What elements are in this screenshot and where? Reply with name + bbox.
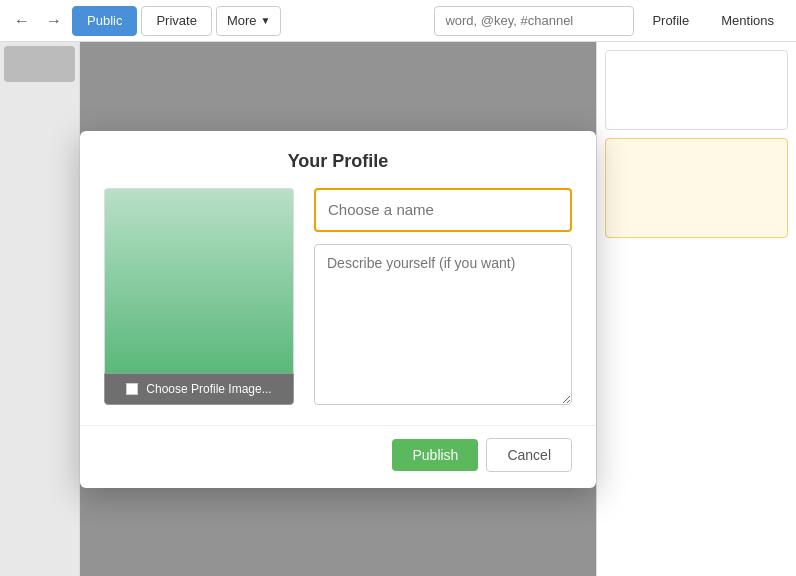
profile-image-section: Choose Profile Image... [104,188,294,405]
forward-button[interactable]: → [40,7,68,35]
modal-overlay: Your Profile Choose Profile Image... [80,42,596,576]
topbar: ← → Public Private More ▼ Profile Mentio… [0,0,796,42]
sidebar-stub [4,46,75,82]
more-label: More [227,13,257,28]
main-content: Your Profile Choose Profile Image... [0,42,796,576]
publish-button[interactable]: Publish [392,439,478,471]
forward-icon: → [46,12,62,30]
profile-link[interactable]: Profile [638,6,703,36]
left-sidebar [0,42,80,576]
private-button[interactable]: Private [141,6,211,36]
checkbox-icon [126,383,138,395]
content-area: Your Profile Choose Profile Image... [80,42,596,576]
more-dropdown-icon: ▼ [261,15,271,26]
back-button[interactable]: ← [8,7,36,35]
back-icon: ← [14,12,30,30]
modal-body: Choose Profile Image... [80,188,596,425]
right-panel [596,42,796,576]
topbar-right: Profile Mentions [638,6,788,36]
more-button[interactable]: More ▼ [216,6,282,36]
right-card-1 [605,50,788,130]
modal-title: Your Profile [80,131,596,188]
name-input[interactable] [314,188,572,232]
modal-footer: Publish Cancel [80,425,596,488]
right-card-2 [605,138,788,238]
public-button[interactable]: Public [72,6,137,36]
choose-profile-image-button[interactable]: Choose Profile Image... [104,373,294,405]
cancel-button[interactable]: Cancel [486,438,572,472]
search-input[interactable] [434,6,634,36]
profile-form [314,188,572,405]
profile-modal: Your Profile Choose Profile Image... [80,131,596,488]
profile-image-preview [104,188,294,373]
mentions-link[interactable]: Mentions [707,6,788,36]
describe-textarea[interactable] [314,244,572,405]
choose-profile-image-label: Choose Profile Image... [146,382,271,396]
